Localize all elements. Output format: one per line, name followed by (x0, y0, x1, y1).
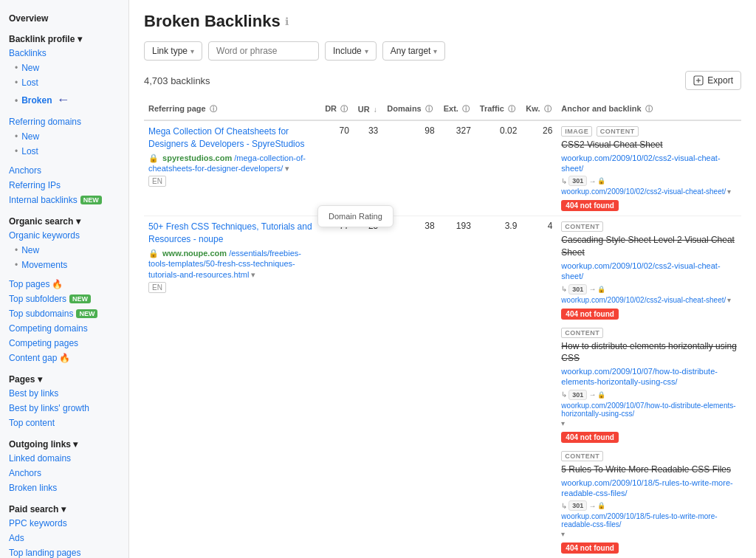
dropdown-arrow-1[interactable]: ▾ (251, 270, 255, 279)
redirect-lock-1-2: 🔒 (597, 502, 605, 509)
redirect-target-1-2[interactable]: woorkup.com/2009/10/18/5-rules-to-write-… (561, 512, 737, 528)
export-button[interactable]: Export (685, 71, 741, 90)
sidebar-top-subfolders[interactable]: Top subfolders NEW (0, 292, 128, 306)
sidebar-referring-domains[interactable]: Referring domains (0, 114, 128, 129)
sidebar-organic-search[interactable]: Organic search ▾ (0, 212, 128, 228)
sidebar-best-by-links-growth[interactable]: Best by links' growth (0, 401, 128, 416)
redirect-dropdown-1-2[interactable]: ▾ (561, 530, 565, 538)
sidebar-content-gap[interactable]: Content gap 🔥 (0, 351, 128, 365)
sidebar-anchors[interactable]: Anchors (0, 163, 128, 178)
dr-cell-0: 70 (320, 120, 354, 216)
any-target-caret: ▾ (433, 47, 437, 55)
anchor-backlink-cell-1: CONTENT Cascading Style Sheet Level 2 Vi… (557, 216, 741, 558)
sidebar-broken-links[interactable]: Broken links (0, 480, 128, 495)
sidebar-outgoing-links[interactable]: Outgoing links ▾ (0, 435, 128, 451)
redirect-dropdown-1-0[interactable]: ▾ (727, 296, 731, 304)
sidebar-top-landing-pages[interactable]: Top landing pages (0, 545, 128, 558)
tag-content-0: CONTENT (597, 126, 639, 137)
sidebar-backlinks-new[interactable]: New (0, 61, 128, 75)
backlink-url-1-0[interactable]: woorkup.com/2009/10/02/css2-visual-cheat… (561, 261, 737, 282)
sidebar-ok-new[interactable]: New (0, 243, 128, 258)
include-filter[interactable]: Include ▾ (325, 41, 377, 61)
sidebar-competing-pages[interactable]: Competing pages (0, 336, 128, 351)
ref-domain-0[interactable]: spyrestudios.com (162, 154, 232, 162)
redirect-target-1-1[interactable]: woorkup.com/2009/10/07/how-to-distribute… (561, 402, 737, 418)
redirect-dropdown-0[interactable]: ▾ (727, 187, 731, 196)
sidebar-backlinks-lost[interactable]: Lost (0, 75, 128, 90)
sidebar-organic-keywords[interactable]: Organic keywords (0, 228, 128, 243)
lang-badge-1: EN (148, 282, 166, 293)
ref-page-title-0[interactable]: Mega Collection Of Cheatsheets for Desig… (148, 125, 316, 151)
domains-info-icon[interactable]: ⓘ (425, 105, 433, 113)
sidebar-competing-domains[interactable]: Competing domains (0, 321, 128, 336)
sidebar-top-content[interactable]: Top content (0, 416, 128, 430)
tag-content-1-0: CONTENT (561, 221, 603, 232)
sidebar-best-by-links[interactable]: Best by links (0, 386, 128, 401)
sidebar-pages[interactable]: Pages ▾ (0, 370, 128, 386)
ref-page-url-1: 🔒 www.noupe.com /essentials/freebies-too… (148, 248, 316, 280)
sidebar-outgoing-anchors[interactable]: Anchors (0, 466, 128, 480)
anchor-text-0-0[interactable]: CSS2 Visual Cheat Sheet (561, 139, 737, 151)
ur-sort-icon[interactable]: ↓ (374, 106, 377, 114)
redirect-target-1-0[interactable]: woorkup.com/2009/10/02/css2-visual-cheat… (561, 296, 726, 304)
backlink-url-1-2[interactable]: woorkup.com/2009/10/18/5-rules-to-write-… (561, 478, 737, 499)
sidebar-top-pages[interactable]: Top pages 🔥 (0, 277, 128, 292)
sidebar-ads[interactable]: Ads (0, 531, 128, 545)
anchor-backlink-cell-0: IMAGE CONTENT CSS2 Visual Cheat Sheet wo… (557, 120, 741, 216)
ref-domain-1[interactable]: www.noupe.com (162, 249, 227, 258)
link-type-filter[interactable]: Link type ▾ (144, 41, 202, 61)
sidebar-top-subdomains[interactable]: Top subdomains NEW (0, 306, 128, 321)
redirect-chain-1-2: ↳ 301 → 🔒 woorkup.com/2009/10/18/5-rules… (561, 500, 737, 538)
col-kw: Kw. ⓘ (521, 99, 557, 120)
dropdown-arrow-0[interactable]: ▾ (285, 164, 289, 173)
redirect-arrow-icon-0: ↳ (561, 177, 567, 185)
referring-page-cell-0: Mega Collection Of Cheatsheets for Desig… (144, 120, 320, 216)
traffic-info-icon[interactable]: ⓘ (508, 105, 515, 113)
lock-icon-1: 🔒 (148, 249, 159, 258)
backlink-entry-0-0: IMAGE CONTENT CSS2 Visual Cheat Sheet wo… (561, 125, 737, 211)
any-target-filter[interactable]: Any target ▾ (382, 41, 446, 61)
sidebar-ok-movements[interactable]: Movements (0, 258, 128, 272)
word-or-phrase-input[interactable] (208, 41, 319, 61)
sidebar-referring-ips[interactable]: Referring IPs (0, 178, 128, 193)
sidebar-internal-backlinks[interactable]: Internal backlinks NEW (0, 193, 128, 207)
sidebar-backlinks[interactable]: Backlinks (0, 46, 128, 61)
backlinks-table: Referring page ⓘ DR ⓘ UR ↓ Domains ⓘ Ext… (144, 99, 741, 558)
backlink-url-1-1[interactable]: woorkup.com/2009/10/07/how-to-distribute… (561, 366, 737, 388)
sidebar-linked-domains[interactable]: Linked domains (0, 451, 128, 466)
sidebar-backlinks-broken[interactable]: Broken ← (0, 90, 128, 110)
referring-page-info-icon[interactable]: ⓘ (210, 105, 217, 113)
anchor-text-1-1[interactable]: How to distribute elements horizontally … (561, 340, 737, 365)
sidebar-overview[interactable]: Overview (0, 9, 128, 25)
anchor-text-1-0[interactable]: Cascading Style Sheet Level 2 Visual Che… (561, 234, 737, 259)
ext-info-icon[interactable]: ⓘ (462, 105, 470, 113)
ext-cell-1: 193 (439, 216, 475, 558)
backlink-entry-1-2: CONTENT 5 Rules To Write More Readable C… (561, 450, 737, 554)
not-found-badge-1-0: 404 not found (561, 309, 619, 320)
page-title-text: Broken Backlinks (144, 12, 281, 31)
sidebar-rd-new[interactable]: New (0, 129, 128, 144)
sidebar-backlink-profile[interactable]: Backlink profile ▾ (0, 30, 128, 46)
sidebar-ppc-keywords[interactable]: PPC keywords (0, 516, 128, 531)
ref-page-title-1[interactable]: 50+ Fresh CSS Techniques, Tutorials and … (148, 221, 316, 246)
include-caret: ▾ (365, 47, 368, 55)
lock-icon-0: 🔒 (148, 154, 159, 162)
dr-info-icon[interactable]: ⓘ (340, 105, 348, 113)
col-anchor-backlink: Anchor and backlink ⓘ (557, 99, 741, 120)
table-row: 50+ Fresh CSS Techniques, Tutorials and … (144, 216, 741, 558)
page-title-info-icon[interactable]: ℹ (285, 16, 289, 27)
sidebar-rd-lost[interactable]: Lost (0, 144, 128, 159)
internal-backlinks-new-badge: NEW (80, 196, 102, 204)
kw-info-icon[interactable]: ⓘ (544, 105, 551, 113)
anchor-info-icon[interactable]: ⓘ (645, 105, 653, 113)
col-referring-page: Referring page ⓘ (144, 99, 320, 120)
backlink-count: 4,703 backlinks (144, 75, 210, 86)
anchor-text-1-2[interactable]: 5 Rules To Write More Readable CSS Files (561, 464, 737, 476)
redirect-chain-1-1: ↳ 301 → 🔒 woorkup.com/2009/10/07/how-to-… (561, 390, 737, 427)
top-subdomains-new-badge: NEW (76, 309, 97, 318)
backlink-url-0-0[interactable]: woorkup.com/2009/10/02/css2-visual-cheat… (561, 153, 737, 174)
redirect-lock-1-1: 🔒 (597, 391, 605, 399)
sidebar-paid-search[interactable]: Paid search ▾ (0, 500, 128, 516)
redirect-dropdown-1-1[interactable]: ▾ (561, 419, 565, 427)
redirect-target-0[interactable]: woorkup.com/2009/10/02/css2-visual-cheat… (561, 187, 726, 196)
